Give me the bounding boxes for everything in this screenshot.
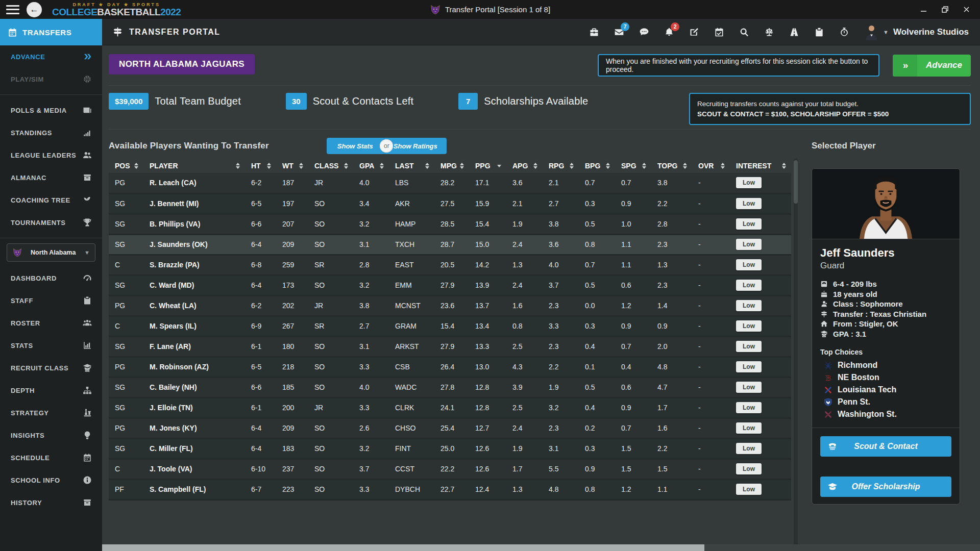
sidebar-item-standings[interactable]: STANDINGS bbox=[0, 121, 102, 144]
user-menu[interactable]: ▼ Wolverine Studios bbox=[865, 24, 969, 40]
column-label: POS bbox=[115, 162, 130, 170]
offer-scholarship-button[interactable]: Offer Scholarship bbox=[820, 477, 951, 497]
show-stats-button[interactable]: Show Stats bbox=[327, 138, 384, 154]
sidebar-item-insights[interactable]: INSIGHTS bbox=[0, 424, 102, 446]
sidebar-item-history[interactable]: HISTORY bbox=[0, 491, 102, 514]
cell-bpg: 0.8 bbox=[579, 479, 615, 499]
horizontal-scrollbar-thumb[interactable] bbox=[102, 544, 704, 551]
table-row[interactable]: SGC. Bailey (NH)6-6185SO4.0WADC27.812.83… bbox=[109, 377, 791, 397]
search-icon[interactable] bbox=[739, 27, 749, 37]
scales-icon[interactable] bbox=[764, 27, 774, 37]
calendar-check-icon[interactable] bbox=[714, 27, 724, 37]
sidebar-item-schedule[interactable]: SCHEDULE bbox=[0, 446, 102, 469]
scale-weight-icon bbox=[820, 280, 828, 288]
selected-player-card: Jeff Saunders Guard 6-4 - 209 lbs18 year… bbox=[812, 168, 960, 505]
table-row[interactable]: SGF. Lane (AR)6-1180SO3.1ARKST27.913.32.… bbox=[109, 336, 791, 357]
minimize-button[interactable] bbox=[918, 4, 929, 15]
column-header-ovr[interactable]: OVR bbox=[692, 159, 730, 173]
sidebar-item-recruit-class[interactable]: RECRUIT CLASS bbox=[0, 357, 102, 379]
sidebar-item-play-sim[interactable]: PLAY/SIM bbox=[0, 68, 102, 90]
column-header-last[interactable]: LAST bbox=[389, 159, 434, 173]
table-row[interactable]: PGC. Wheat (LA)6-2202JR3.8MCNST23.613.71… bbox=[109, 295, 791, 316]
cell-bpg: 0.5 bbox=[579, 377, 615, 397]
column-header-spg[interactable]: SPG bbox=[615, 159, 651, 173]
cell-player: M. Robinson (AZ) bbox=[143, 357, 245, 377]
column-header-bpg[interactable]: BPG bbox=[579, 159, 615, 173]
table-row[interactable]: PFS. Campbell (FL)6-7223SO3.3DYBCH22.712… bbox=[109, 479, 791, 499]
cell-gpa: 3.2 bbox=[353, 275, 389, 295]
table-scrollbar-thumb[interactable] bbox=[794, 160, 798, 204]
sidebar-item-school-info[interactable]: SCHOOL INFO bbox=[0, 469, 102, 491]
cell-pos: C bbox=[109, 255, 143, 275]
window-title: Transfer Portal [Session 1 of 8] bbox=[445, 5, 550, 14]
cell-ppg: 12.4 bbox=[469, 479, 506, 499]
team-select-dropdown[interactable]: North Alabama▼ bbox=[7, 243, 95, 262]
close-button[interactable] bbox=[961, 4, 972, 15]
sidebar-item-tournaments[interactable]: TOURNAMENTS bbox=[0, 211, 102, 234]
column-header-apg[interactable]: APG bbox=[506, 159, 543, 173]
cell-mpg: 25.4 bbox=[434, 418, 469, 438]
grad-cap-icon bbox=[827, 482, 838, 492]
table-row[interactable]: SGJ. Saunders (OK)6-4209SO3.1TXCH28.715.… bbox=[109, 234, 791, 255]
column-header-pos[interactable]: POS bbox=[109, 159, 143, 173]
stopwatch-icon[interactable] bbox=[839, 27, 849, 37]
column-header-interest[interactable]: INTEREST bbox=[730, 159, 791, 173]
show-ratings-button[interactable]: Show Ratings bbox=[384, 138, 447, 154]
bell-icon[interactable]: 2 bbox=[664, 27, 674, 37]
hamburger-menu-icon[interactable] bbox=[6, 5, 19, 14]
column-header-gpa[interactable]: GPA bbox=[353, 159, 389, 173]
clipboard-icon[interactable] bbox=[814, 27, 824, 37]
sidebar-item-advance[interactable]: ADVANCE bbox=[0, 45, 102, 68]
restore-button[interactable] bbox=[939, 4, 950, 15]
table-row[interactable]: CJ. Toole (VA)6-10237SO3.7CCST22.212.61.… bbox=[109, 459, 791, 479]
cell-interest: Low bbox=[730, 255, 791, 275]
cell-bpg: 0.3 bbox=[579, 193, 615, 214]
column-header-rpg[interactable]: RPG bbox=[543, 159, 579, 173]
sidebar-item-strategy[interactable]: STRATEGY bbox=[0, 402, 102, 424]
table-row[interactable]: CS. Brazzle (PA)6-8259SR2.8EAST20.514.21… bbox=[109, 255, 791, 275]
sidebar-item-depth[interactable]: DEPTH bbox=[0, 379, 102, 402]
table-row[interactable]: SGB. Phillips (VA)6-6207SO3.2HAMP28.515.… bbox=[109, 214, 791, 234]
sidebar-item-label: DASHBOARD bbox=[11, 274, 57, 282]
table-row[interactable]: SGC. Ward (MD)6-4173SO3.2EMM27.913.92.43… bbox=[109, 275, 791, 295]
cell-interest: Low bbox=[730, 397, 791, 418]
column-header-player[interactable]: PLAYER bbox=[143, 159, 245, 173]
column-label: TOPG bbox=[657, 162, 677, 170]
sidebar-item-dashboard[interactable]: DASHBOARD bbox=[0, 267, 102, 289]
sidebar-item-polls-media[interactable]: POLLS & MEDIA bbox=[0, 99, 102, 121]
interest-badge: Low bbox=[736, 484, 762, 495]
cell-player: F. Lane (AR) bbox=[143, 336, 245, 357]
chat-icon[interactable] bbox=[639, 27, 649, 37]
column-header-ht[interactable]: HT bbox=[245, 159, 276, 173]
column-header-class[interactable]: CLASS bbox=[308, 159, 353, 173]
horizontal-scrollbar[interactable] bbox=[102, 544, 980, 551]
table-scrollbar[interactable] bbox=[794, 159, 798, 551]
column-header-wt[interactable]: WT bbox=[276, 159, 308, 173]
edit-icon[interactable] bbox=[689, 27, 699, 37]
table-row[interactable]: CM. Spears (IL)6-9267SR2.7GRAM15.413.40.… bbox=[109, 316, 791, 336]
back-button[interactable]: ← bbox=[27, 2, 42, 17]
advance-button[interactable]: » Advance bbox=[893, 55, 971, 77]
briefcase-icon[interactable] bbox=[589, 27, 599, 37]
envelope-icon[interactable]: 7 bbox=[614, 27, 624, 37]
table-row[interactable]: PGM. Jones (KY)6-4209SO2.6CHSO25.412.72.… bbox=[109, 418, 791, 438]
cell-apg: 1.6 bbox=[506, 295, 543, 316]
sidebar-item-league-leaders[interactable]: LEAGUE LEADERS bbox=[0, 144, 102, 166]
column-header-topg[interactable]: TOPG bbox=[651, 159, 692, 173]
cell-interest: Low bbox=[730, 438, 791, 459]
column-header-mpg[interactable]: MPG bbox=[434, 159, 469, 173]
table-row[interactable]: SGJ. Bennett (MI)6-5197SO3.4AKR27.515.92… bbox=[109, 193, 791, 214]
sidebar-item-almanac[interactable]: ALMANAC bbox=[0, 166, 102, 189]
sidebar-item-staff[interactable]: STAFF bbox=[0, 289, 102, 312]
sidebar-item-roster[interactable]: ROSTER bbox=[0, 312, 102, 334]
table-row[interactable]: PGM. Robinson (AZ)6-5218SO3.3CSB26.413.0… bbox=[109, 357, 791, 377]
column-header-ppg[interactable]: PPG bbox=[469, 159, 506, 173]
cell-spg: 0.4 bbox=[615, 357, 651, 377]
table-row[interactable]: SGC. Miller (FL)6-4183SO3.2FINT25.012.61… bbox=[109, 438, 791, 459]
sidebar-item-coaching-tree[interactable]: COACHING TREE bbox=[0, 189, 102, 211]
road-icon[interactable] bbox=[789, 27, 799, 37]
table-row[interactable]: PGR. Leach (CA)6-2187JR4.0LBS28.217.13.6… bbox=[109, 173, 791, 193]
scout-contact-button[interactable]: Scout & Contact bbox=[820, 436, 951, 457]
sidebar-item-stats[interactable]: STATS bbox=[0, 334, 102, 357]
table-row[interactable]: SGJ. Elloie (TN)6-1200JR3.3CLRK24.112.82… bbox=[109, 397, 791, 418]
